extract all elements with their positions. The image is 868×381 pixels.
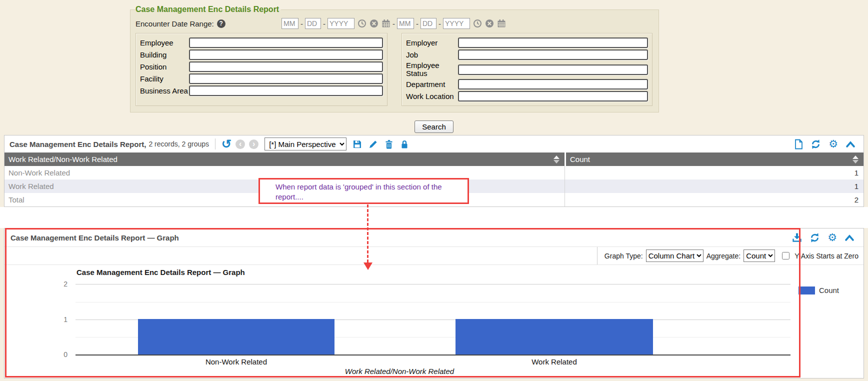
y-tick-1: 1 <box>54 316 68 324</box>
facility-input[interactable] <box>189 74 383 84</box>
new-document-icon[interactable] <box>794 139 803 150</box>
clock-icon[interactable] <box>473 19 482 28</box>
table-header: Work Related/Non-Work Related Count <box>4 152 864 166</box>
bar-work-related[interactable] <box>456 319 653 354</box>
report-toolbar: Case Management Enc Details Report, 2 re… <box>4 136 864 152</box>
lock-icon[interactable] <box>400 140 409 149</box>
gridline-minor <box>76 302 790 302</box>
field-label-facility: Facility <box>140 75 189 83</box>
position-input[interactable] <box>189 62 383 72</box>
right-field-panel: Employer Job Employee Status Department … <box>402 33 652 106</box>
calendar-icon[interactable] <box>382 19 390 28</box>
undo-icon[interactable]: ↺ <box>222 139 232 149</box>
end-day-input[interactable] <box>420 18 436 29</box>
top-band: Case Management Enc Details Report Encou… <box>0 0 868 135</box>
aggregate-select[interactable]: Count <box>744 250 775 262</box>
next-page-icon[interactable]: › <box>249 140 258 149</box>
x-axis-baseline <box>76 354 790 356</box>
field-label-job: Job <box>406 51 458 59</box>
column-header-count: Count <box>570 155 590 164</box>
legend-swatch <box>798 286 815 294</box>
x-axis-title: Work Related/Non-Work Related <box>80 367 720 376</box>
graph-header: Case Management Enc Details Report — Gra… <box>4 228 864 247</box>
end-month-input[interactable] <box>397 18 414 29</box>
annotation-arrow-line <box>367 204 368 262</box>
sort-icon[interactable] <box>852 156 858 164</box>
start-month-input[interactable] <box>282 18 298 29</box>
chart-title: Case Management Enc Details Report — Gra… <box>76 268 245 276</box>
column-chart: Case Management Enc Details Report — Gra… <box>4 265 864 378</box>
employee-input[interactable] <box>189 38 383 48</box>
annotation-callout: When report data is 'grouped' in this se… <box>258 178 469 204</box>
chart-legend: Count <box>798 286 839 294</box>
form-title: Case Management Enc Details Report <box>136 5 281 14</box>
collapse-chevron-icon[interactable] <box>844 234 854 242</box>
collapse-chevron-icon[interactable] <box>846 140 856 148</box>
employer-input[interactable] <box>458 38 648 48</box>
range-separator: - <box>392 20 395 28</box>
gridline-2 <box>76 284 790 284</box>
y-tick-2: 2 <box>54 280 68 288</box>
settings-gear-icon[interactable]: ⚙ <box>828 232 837 242</box>
field-label-employee: Employee <box>140 39 189 47</box>
column-header-group: Work Related/Non-Work Related <box>8 155 118 164</box>
date-range-label: Encounter Date Range: <box>136 20 214 28</box>
end-year-input[interactable] <box>443 18 470 29</box>
search-button[interactable]: Search <box>414 120 454 133</box>
field-label-employee-status: Employee Status <box>406 62 458 78</box>
calendar-icon[interactable] <box>497 19 506 28</box>
clear-date-icon[interactable] <box>485 19 494 28</box>
table-row[interactable]: Non-Work Related 1 <box>4 166 864 180</box>
y-tick-0: 0 <box>54 350 68 358</box>
field-label-employer: Employer <box>406 39 458 47</box>
work-location-input[interactable] <box>458 91 648 102</box>
count-cell: 1 <box>564 166 864 180</box>
annotation-arrow-head <box>364 262 372 270</box>
graph-type-label: Graph Type: <box>604 252 643 260</box>
download-icon[interactable] <box>792 232 802 242</box>
field-label-position: Position <box>140 63 189 71</box>
count-cell: 1 <box>564 180 864 193</box>
graph-type-select[interactable]: Column Chart <box>646 250 704 262</box>
date-separator: - <box>300 20 303 28</box>
start-day-input[interactable] <box>305 18 321 29</box>
refresh-icon[interactable] <box>810 232 820 243</box>
group-cell: Non-Work Related <box>4 168 564 177</box>
graph-section-title: Case Management Enc Details Report — Gra… <box>10 234 179 242</box>
help-icon[interactable]: ? <box>217 20 226 28</box>
building-input[interactable] <box>189 50 383 60</box>
sort-icon[interactable] <box>554 156 560 164</box>
business-area-input[interactable] <box>189 86 383 96</box>
date-range-start: - - - - - <box>282 18 506 29</box>
clear-date-icon[interactable] <box>370 19 378 28</box>
report-title: Case Management Enc Details Report, <box>10 140 146 148</box>
refresh-icon[interactable] <box>810 139 821 150</box>
delete-trash-icon[interactable] <box>384 140 394 149</box>
section-gap <box>0 207 868 228</box>
bar-non-work-related[interactable] <box>138 319 334 354</box>
clock-icon[interactable] <box>358 19 366 28</box>
perspective-select[interactable]: [*] Main Perspective <box>264 138 346 150</box>
count-cell: 2 <box>564 193 864 206</box>
field-label-business-area: Business Area <box>140 87 189 95</box>
y-axis-zero-checkbox[interactable] <box>782 252 790 260</box>
edit-pencil-icon[interactable] <box>368 140 378 149</box>
employee-status-input[interactable] <box>458 64 648 75</box>
field-label-department: Department <box>406 80 458 88</box>
legend-label: Count <box>819 286 839 294</box>
date-range-row: Encounter Date Range: ? - - - <box>136 16 654 31</box>
job-input[interactable] <box>458 50 648 60</box>
category-label: Non-Work Related <box>138 358 334 366</box>
y-axis-zero-label: Y-Axis Starts at Zero <box>794 252 858 260</box>
toolbar-divider <box>215 138 216 150</box>
page: { "icons": { "help": "?", "undo": "↺", "… <box>0 0 868 381</box>
settings-gear-icon[interactable]: ⚙ <box>828 139 838 149</box>
department-input[interactable] <box>458 79 648 90</box>
report-meta: 2 records, 2 groups <box>148 140 209 148</box>
field-label-building: Building <box>140 51 189 59</box>
aggregate-label: Aggregate: <box>706 252 741 260</box>
start-year-input[interactable] <box>328 18 354 29</box>
category-label: Work Related <box>456 358 653 366</box>
save-icon[interactable] <box>352 140 362 149</box>
prev-page-icon[interactable]: ‹ <box>236 140 245 149</box>
